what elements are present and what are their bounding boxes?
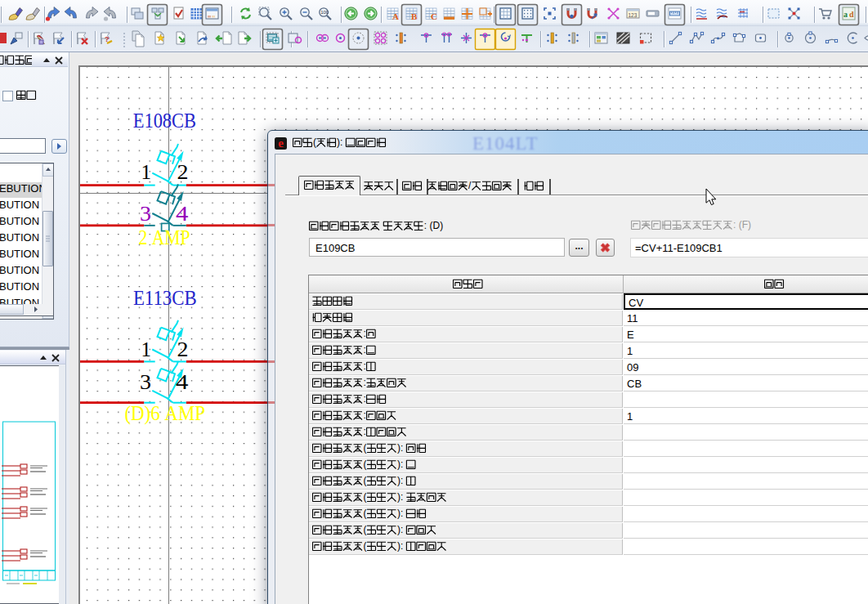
svg-text:100: 100	[320, 10, 329, 15]
svg-text:(: (	[364, 459, 367, 470]
svg-text:E113CB: E113CB	[133, 287, 197, 309]
svg-text::: :	[364, 410, 366, 421]
svg-text:):: ):	[397, 492, 406, 503]
svg-text:2: 2	[177, 160, 188, 184]
svg-text::: :	[364, 394, 366, 405]
svg-text:):: ):	[397, 541, 406, 552]
svg-text:3: 3	[140, 201, 151, 225]
svg-text:d: d	[849, 10, 854, 19]
svg-text::: :	[364, 345, 366, 356]
svg-text:E108CB: E108CB	[133, 110, 196, 132]
svg-text:):: ):	[397, 476, 406, 486]
svg-text:2: 2	[177, 338, 188, 361]
svg-text:a: a	[843, 10, 848, 19]
svg-text:1: 1	[141, 160, 151, 185]
svg-text:1: 1	[141, 338, 151, 362]
svg-text:3: 3	[140, 370, 151, 394]
svg-text:(D)6 AMP: (D)6 AMP	[124, 402, 205, 424]
svg-text:):: ):	[397, 525, 406, 535]
svg-text:4: 4	[176, 370, 188, 393]
svg-text:4: 4	[176, 202, 188, 225]
svg-text:2 AMP: 2 AMP	[138, 226, 190, 249]
svg-text:(: (	[364, 541, 367, 552]
svg-text:):: ):	[337, 137, 346, 148]
svg-text:C: C	[431, 11, 437, 21]
svg-text:/: /	[468, 181, 472, 191]
svg-text:123: 123	[629, 12, 638, 18]
svg-text::: :	[364, 378, 366, 388]
svg-text:(: (	[364, 492, 367, 503]
svg-text:: (F): : (F)	[733, 220, 751, 230]
svg-text:):: ):	[397, 508, 406, 519]
svg-text::: :	[364, 329, 366, 339]
svg-text:(: (	[364, 443, 367, 454]
svg-text:(: (	[364, 508, 367, 519]
svg-text:(: (	[313, 137, 316, 148]
svg-text:A: A	[392, 11, 399, 21]
svg-text:: (D): : (D)	[424, 221, 443, 231]
svg-text:):: ):	[397, 459, 406, 470]
svg-text:(: (	[364, 476, 367, 486]
svg-text::: :	[364, 427, 366, 437]
svg-text::: :	[364, 361, 366, 372]
svg-text:):: ):	[397, 443, 406, 454]
svg-text:B: B	[411, 11, 418, 21]
svg-text:(: (	[364, 525, 367, 535]
